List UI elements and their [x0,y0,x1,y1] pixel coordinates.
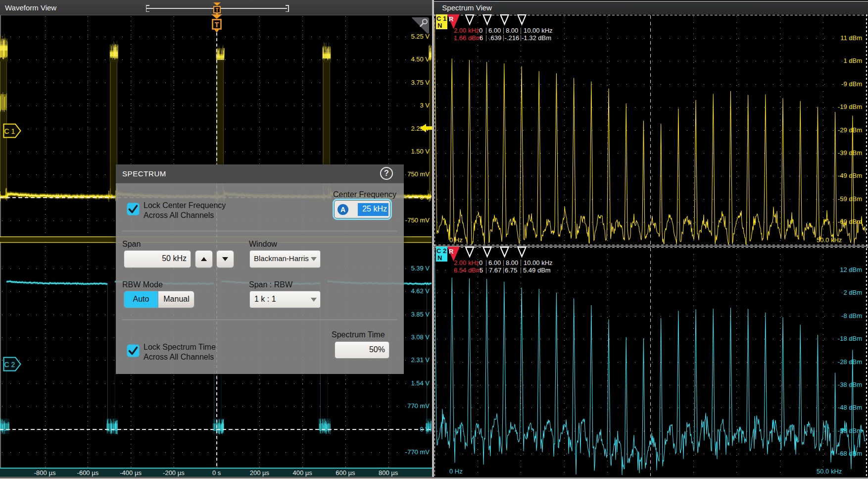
svg-text:T: T [215,21,219,29]
svg-text:T: T [215,7,218,13]
svg-text:C 1: C 1 [4,127,15,135]
svg-text:C 2: C 2 [4,361,15,369]
